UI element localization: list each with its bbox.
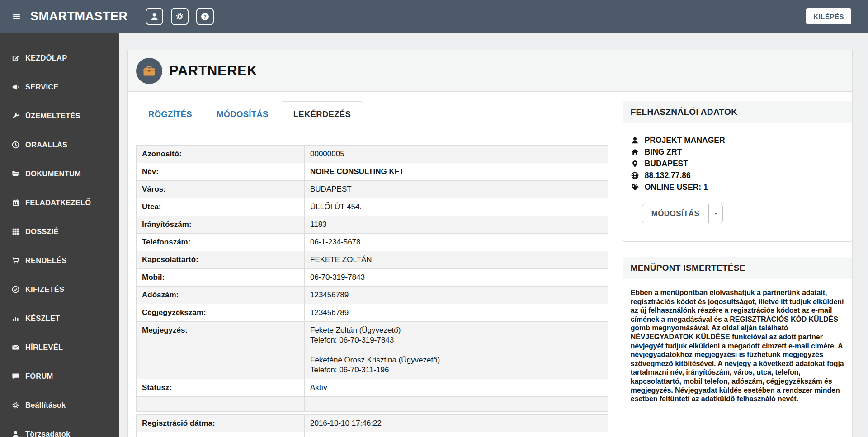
menu-info-box-title: MENÜPONT ISMERTETÉSE — [623, 257, 852, 279]
field-value: 06-1-234-5678 — [305, 234, 608, 251]
hamburger-icon — [11, 11, 22, 21]
calendar-icon — [11, 198, 20, 207]
gear-icon — [11, 401, 20, 409]
caret-down-icon — [713, 211, 718, 216]
page-title: PARTNEREK — [169, 63, 257, 79]
globe-icon — [631, 171, 639, 180]
tab-rogzites[interactable]: RÖGZÍTÉS — [136, 102, 204, 127]
sidebar-item-label: FÓRUM — [25, 372, 53, 381]
sidebar-item-label: KEZDŐLAP — [25, 54, 67, 62]
field-value: 2016-10-10 17:46:22 — [305, 415, 608, 432]
sidebar-item-dokumentum[interactable]: DOKUMENTUM — [0, 159, 119, 188]
envelope-icon — [11, 343, 20, 352]
field-value: NOIRE CONSULTING KFT — [305, 163, 608, 181]
clock-icon — [11, 141, 20, 149]
user-icon — [11, 430, 20, 437]
sidebar-item-label: KIFIZETÉS — [25, 285, 64, 294]
help-button[interactable] — [196, 8, 214, 25]
table-row: Regisztráció dátma:2016-10-10 17:46:22 — [137, 415, 608, 432]
table-row: Irányítószám:1183 — [137, 216, 608, 234]
partner-table: Azonosító:00000005Név:NOIRE CONSULTING K… — [136, 145, 608, 412]
table-row: Cégjegyzékszám:123456789 — [137, 304, 608, 322]
field-value: Fekete Zoltán (Ügyvezető) Telefon: 06-70… — [305, 322, 608, 379]
sidebar-item-feladatkezelo[interactable]: FELADATKEZELŐ — [0, 188, 119, 217]
sidebar-item-label: FELADATKEZELŐ — [25, 198, 91, 207]
sidebar-item-kezdolap[interactable]: KEZDŐLAP — [0, 43, 119, 72]
user-info-text: ONLINE USER: 1 — [645, 183, 708, 192]
field-value: FEKETE ZOLTÁN — [305, 251, 608, 269]
tabs: RÖGZÍTÉSMÓDOSÍTÁSLEKÉRDEZÉS — [136, 99, 608, 127]
field-label: Azonosító: — [137, 146, 305, 163]
sidebar-item-kifizetes[interactable]: KIFIZETÉS — [0, 275, 119, 304]
field-value: 00000005 — [305, 146, 608, 163]
main-content: PARTNEREK RÖGZÍTÉSMÓDOSÍTÁSLEKÉRDEZÉS Az… — [119, 33, 868, 437]
field-value: 06-70-319-7843 — [305, 269, 608, 287]
briefcase-icon — [142, 63, 157, 79]
field-value: 1183 — [305, 216, 608, 234]
field-label: Kapcsolattartó: — [137, 251, 305, 269]
sidebar-item-service[interactable]: SERVICE — [0, 72, 119, 101]
user-info-item: BUDAPEST — [631, 158, 844, 169]
grid-icon — [11, 227, 20, 236]
field-label: Irányítószám: — [137, 216, 305, 234]
modify-dropdown-button[interactable] — [709, 204, 723, 223]
sidebar-menu: KEZDŐLAPSERVICEÜZEMELTETÉSÓRAÁLLÁSDOKUME… — [0, 43, 119, 437]
sidebar-item-dosszie[interactable]: DOSSZIÉ — [0, 217, 119, 246]
question-icon — [200, 12, 210, 21]
left-column: RÖGZÍTÉSMÓDOSÍTÁSLEKÉRDEZÉS Azonosító:00… — [136, 92, 608, 437]
sidebar-item-label: SERVICE — [25, 83, 59, 91]
user-info-item: 88.132.77.86 — [631, 169, 844, 181]
sidebar-item-label: ÜZEMELTETÉS — [25, 112, 80, 120]
table-row: Megjegyzés:Fekete Zoltán (Ügyvezető) Tel… — [137, 322, 608, 379]
topbar-icon-buttons — [146, 0, 214, 33]
user-info-text: PROJEKT MANAGER — [645, 136, 725, 145]
sidebar-item-forum[interactable]: FÓRUM — [0, 362, 119, 390]
user-data-box: FELHASZNÁLÓI ADATOK PROJEKT MANAGERBING … — [623, 101, 852, 242]
field-label: Város: — [137, 181, 305, 198]
field-value: 123456789 — [305, 287, 608, 304]
field-label: Megjegyzés: — [137, 322, 305, 379]
field-value: Aktív — [305, 379, 608, 397]
tags-icon — [631, 183, 639, 192]
dates-table: Regisztráció dátma:2016-10-10 17:46:22Mó… — [136, 414, 608, 437]
gear-icon — [175, 12, 184, 21]
user-icon — [150, 12, 159, 21]
table-row: Adószám:123456789 — [137, 287, 608, 304]
field-value: 123456789 — [305, 304, 608, 322]
chart-icon — [11, 314, 20, 323]
settings-button[interactable] — [171, 8, 189, 25]
megaphone-icon — [11, 83, 20, 91]
table-row: Azonosító:00000005 — [137, 146, 608, 163]
table-row: Város:BUDAPEST — [137, 181, 608, 198]
sidebar-item-oraallas[interactable]: ÓRAÁLLÁS — [0, 130, 119, 159]
table-row: Mobil:06-70-319-7843 — [137, 269, 608, 287]
modify-button[interactable]: MÓDOSÍTÁS — [642, 204, 709, 223]
user-info-item: BING ZRT — [631, 146, 844, 158]
user-data-box-body: PROJEKT MANAGERBING ZRTBUDAPEST88.132.77… — [623, 123, 852, 241]
check-circle-icon — [11, 285, 20, 294]
user-info-item: ONLINE USER: 1 — [631, 181, 844, 193]
page-header: PARTNEREK — [128, 50, 852, 92]
user-info-text: 88.132.77.86 — [645, 171, 691, 180]
sidebar-item-uzemeltetes[interactable]: ÜZEMELTETÉS — [0, 101, 119, 130]
table-row: Módosítás dátuma:2016-11-04 10:25:52 — [137, 432, 608, 437]
sidebar-item-keszlet[interactable]: KÉSZLET — [0, 304, 119, 333]
sidebar-item-rendeles[interactable]: RENDELÉS — [0, 246, 119, 275]
sidebar-item-beallitasok[interactable]: Beállítások — [0, 390, 119, 419]
menu-info-box: MENÜPONT ISMERTETÉSE Ebben a menüpontban… — [623, 257, 852, 437]
tab-modositas[interactable]: MÓDOSÍTÁS — [204, 102, 281, 127]
user-button[interactable] — [146, 8, 163, 25]
tab-lekerdezes[interactable]: LEKÉRDEZÉS — [281, 101, 363, 127]
sidebar-item-label: KÉSZLET — [25, 314, 60, 323]
field-label: Adószám: — [137, 287, 305, 304]
table-row: Telefonszám:06-1-234-5678 — [137, 234, 608, 251]
sidebar-item-hirlevel[interactable]: HÍRLEVÉL — [0, 333, 119, 362]
cart-icon — [11, 256, 20, 265]
sidebar-item-torzsadatok[interactable]: Törzsadatok — [0, 419, 119, 437]
user-icon — [631, 136, 639, 145]
field-label: Mobil: — [137, 269, 305, 287]
hamburger-menu-button[interactable] — [9, 9, 24, 23]
partners-panel: PARTNEREK RÖGZÍTÉSMÓDOSÍTÁSLEKÉRDEZÉS Az… — [127, 50, 853, 437]
field-label: Név: — [137, 163, 305, 181]
logout-button[interactable]: KILÉPÉS — [806, 8, 851, 24]
